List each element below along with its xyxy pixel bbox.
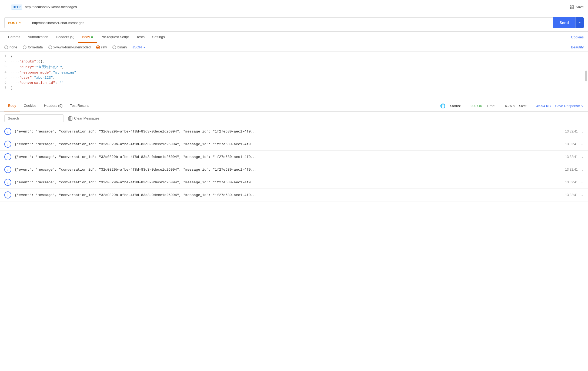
- message-row[interactable]: ↓ {"event": "message", "conversation_id"…: [0, 163, 588, 176]
- svg-rect-1: [571, 5, 572, 6]
- method-select[interactable]: POST: [4, 17, 29, 28]
- tab-authorization[interactable]: Authorization: [24, 32, 52, 43]
- send-main-button[interactable]: Send: [553, 17, 575, 28]
- val-user: "abc-123": [34, 76, 53, 80]
- dots-2: ····: [11, 59, 19, 64]
- message-content-2: {"event": "message", "conversation_id": …: [15, 155, 562, 159]
- dots-menu-icon[interactable]: ···: [4, 4, 8, 10]
- option-urlencoded[interactable]: x-www-form-urlencoded: [48, 45, 91, 49]
- status-value: 200 OK: [470, 104, 482, 108]
- down-arrow-badge-0: ↓: [4, 128, 11, 135]
- expand-arrow-2[interactable]: ⌄: [581, 155, 584, 159]
- response-status-area: 🌐 Status: 200 OK Time: 6.76 s Size: 45.9…: [440, 103, 584, 108]
- json-select[interactable]: JSON: [132, 45, 146, 49]
- time-value: 6.76 s: [505, 104, 514, 108]
- line-num-1: 1: [0, 54, 11, 58]
- search-input[interactable]: [4, 114, 64, 122]
- json-chevron-icon: [143, 46, 146, 49]
- line-num-3: 3: [0, 65, 11, 68]
- option-binary[interactable]: binary: [112, 45, 127, 49]
- message-row[interactable]: ↓ {"event": "message", "conversation_id"…: [0, 125, 588, 138]
- line-content-3: ····"query":"今天吃什么? ",: [11, 65, 588, 69]
- save-button[interactable]: Save: [570, 5, 584, 9]
- expand-arrow-1[interactable]: ⌄: [581, 142, 584, 146]
- line-content-6: ····"conversation_id": "": [11, 81, 588, 85]
- search-clear-row: Clear Messages: [0, 112, 588, 125]
- code-editor[interactable]: 1 { 2 ····"inputs":{}, 3 ····"query":"今天…: [0, 52, 588, 100]
- vertical-scrollbar[interactable]: [585, 71, 587, 81]
- resp-tab-headers[interactable]: Headers (9): [40, 100, 66, 111]
- option-none[interactable]: none: [4, 45, 17, 49]
- line-content-4: ····"response_mode":"streaming",: [11, 71, 588, 75]
- code-line-3: 3 ····"query":"今天吃什么? ",: [0, 64, 588, 70]
- resp-tab-test-results[interactable]: Test Results: [66, 100, 93, 111]
- tab-body[interactable]: Body: [78, 32, 97, 43]
- line-num-5: 5: [0, 76, 11, 80]
- option-raw-label: raw: [101, 45, 107, 49]
- beautify-button[interactable]: Beautify: [571, 45, 584, 49]
- line-content-5: ····"user":"abc-123",: [11, 76, 588, 80]
- message-time-5: 13:32:41: [565, 193, 578, 197]
- json-select-label: JSON: [132, 45, 142, 49]
- expand-arrow-5[interactable]: ⌄: [581, 193, 584, 197]
- message-content-0: {"event": "message", "conversation_id": …: [15, 130, 562, 134]
- time-label: Time:: [487, 104, 495, 108]
- tab-settings[interactable]: Settings: [148, 32, 169, 43]
- clear-messages-button[interactable]: Clear Messages: [68, 116, 99, 121]
- radio-binary: [112, 45, 116, 49]
- tab-params[interactable]: Params: [4, 32, 24, 43]
- resp-tab-body[interactable]: Body: [4, 100, 20, 111]
- option-form-data[interactable]: form-data: [23, 45, 43, 49]
- save-response-button[interactable]: Save Response: [555, 104, 584, 108]
- expand-arrow-4[interactable]: ⌄: [581, 180, 584, 184]
- code-line-4: 4 ····"response_mode":"streaming",: [0, 70, 588, 75]
- tab-tests[interactable]: Tests: [133, 32, 148, 43]
- val-conversation-id: "": [59, 81, 64, 85]
- message-row[interactable]: ↓ {"event": "message", "conversation_id"…: [0, 151, 588, 163]
- key-user: "user": [19, 76, 32, 80]
- expand-arrow-3[interactable]: ⌄: [581, 168, 584, 171]
- cookies-link[interactable]: Cookies: [571, 35, 584, 39]
- send-button-group: Send: [553, 17, 584, 28]
- radio-form-data: [23, 45, 26, 49]
- line-num-7: 7: [0, 86, 11, 90]
- message-content-1: {"event": "message", "conversation_id": …: [15, 142, 562, 146]
- code-line-5: 5 ····"user":"abc-123",: [0, 75, 588, 80]
- key-response-mode: "response_mode": [19, 71, 51, 75]
- message-time-2: 13:32:41: [565, 155, 578, 159]
- code-line-1: 1 {: [0, 54, 588, 59]
- radio-none: [4, 45, 8, 49]
- top-bar-url: http://localhost/v1/chat-messages: [25, 5, 77, 9]
- method-dropdown-icon: [19, 21, 22, 24]
- url-input[interactable]: [29, 17, 553, 28]
- dots-4: ····: [11, 71, 19, 75]
- tab-pre-request[interactable]: Pre-request Script: [97, 32, 133, 43]
- trash-icon: [68, 116, 72, 121]
- url-bar: POST Send: [0, 14, 588, 32]
- message-content-5: {"event": "message", "conversation_id": …: [15, 193, 562, 197]
- message-row[interactable]: ↓ {"event": "message", "conversation_id"…: [0, 176, 588, 189]
- radio-raw: [96, 45, 100, 49]
- down-arrow-badge-1: ↓: [4, 141, 11, 148]
- save-label: Save: [576, 5, 584, 9]
- message-row[interactable]: ↓ {"event": "message", "conversation_id"…: [0, 138, 588, 151]
- code-line-6: 6 ····"conversation_id": "": [0, 80, 588, 85]
- message-content-4: {"event": "message", "conversation_id": …: [15, 180, 562, 184]
- message-time-3: 13:32:41: [565, 168, 578, 171]
- dots-3: ····: [11, 65, 19, 69]
- message-row[interactable]: ↓ {"event": "message", "conversation_id"…: [0, 189, 588, 201]
- option-urlencoded-label: x-www-form-urlencoded: [54, 45, 91, 49]
- key-inputs: "inputs": [19, 59, 36, 64]
- val-query: "今天吃什么? ": [36, 65, 62, 69]
- line-content-2: ····"inputs":{},: [11, 59, 588, 64]
- resp-tab-cookies[interactable]: Cookies: [20, 100, 40, 111]
- expand-arrow-0[interactable]: ⌄: [581, 130, 584, 133]
- radio-urlencoded: [48, 45, 52, 49]
- globe-icon: 🌐: [440, 103, 446, 108]
- option-raw[interactable]: raw: [96, 45, 107, 49]
- send-dropdown-button[interactable]: [575, 17, 584, 28]
- tab-headers[interactable]: Headers (9): [52, 32, 78, 43]
- line-content-7: }: [11, 86, 588, 90]
- size-value: 45.94 KB: [536, 104, 551, 108]
- clear-messages-label: Clear Messages: [74, 116, 99, 120]
